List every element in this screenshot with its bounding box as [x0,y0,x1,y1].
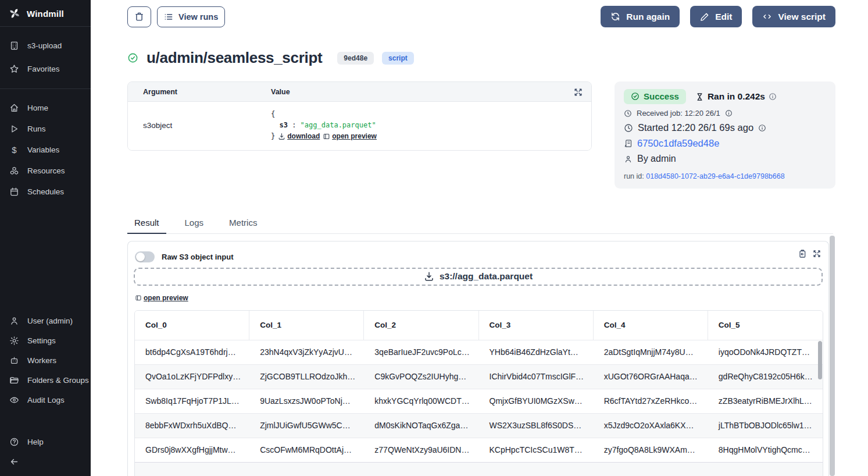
sidebar-item-resources[interactable]: Resources [0,160,91,181]
s3-download-button[interactable]: s3://agg_data.parquet [134,268,823,286]
sidebar-item-workers[interactable]: Workers [0,350,91,370]
table-cell: C9kGvPOQZs2IUHyhg… [364,364,478,389]
table-scrollbar[interactable] [818,341,822,379]
table-cell: QmjxGfBYUI0MGzXSw… [479,389,594,413]
clock-icon [624,109,632,118]
table-cell: xUGOt76ORGrAAHaqa… [594,364,708,389]
table-header-cell[interactable]: Col_0 [135,311,249,340]
table-header-cell[interactable]: Col_2 [364,311,478,340]
page-header: u/admin/seamless_script 9ed48e script [127,49,868,67]
toggle-knob [136,253,145,261]
info-icon[interactable] [758,124,766,132]
sidebar-item-home[interactable]: Home [0,97,91,118]
maximize-icon[interactable] [812,249,821,258]
sidebar-item-label: Audit Logs [27,396,65,404]
edit-button[interactable]: Edit [690,6,742,27]
sidebar-item-help[interactable]: Help [0,432,91,452]
run-id-label: run id: [624,172,644,180]
boxes-icon [9,166,19,176]
open-preview-link[interactable]: open preview [135,294,188,302]
s3-uri-label: s3://agg_data.parquet [440,271,533,282]
sidebar-item-label: User (admin) [27,317,73,325]
arg-value-json: { s3 : "agg_data.parquet" } download [271,109,377,142]
folder-icon [9,375,19,385]
eye-icon [9,395,19,405]
tab-metrics[interactable]: Metrics [222,218,264,234]
sidebar-item-label: Resources [27,166,65,175]
play-icon [9,124,19,134]
table-cell: Swb8Iq17FqHjoT7P1JL… [135,389,249,413]
table-cell: ZjGCOB9TLLROdzoJkh… [249,364,364,389]
panel-preview-icon [323,133,330,140]
sidebar-item-runs[interactable]: Runs [0,118,91,139]
tab-logs[interactable]: Logs [178,218,211,234]
sidebar-collapse-button[interactable] [0,452,91,471]
sidebar-item-label: Variables [27,145,59,154]
sidebar-item-label: Schedules [27,187,64,196]
sidebar-item-settings[interactable]: Settings [0,331,91,350]
view-script-button[interactable]: View script [752,6,835,27]
table-row-partial [135,462,823,476]
info-icon[interactable] [725,109,733,117]
sidebar-item-variables[interactable]: $ Variables [0,139,91,160]
main-content: View runs Run again Edit View script [91,0,868,476]
help-circle-icon [9,437,19,447]
table-header-cell[interactable]: Col_1 [249,311,364,340]
code-icon [762,12,772,22]
table-cell: 9UazLsxzsJW0oPToNj… [249,389,364,413]
bot-icon [9,356,19,365]
home-icon [9,103,19,113]
job-hash-link[interactable]: 6750c1dfa59ed48e [637,138,719,149]
app-title: Windmill [27,9,64,19]
table-header-cell[interactable]: Col_3 [479,311,594,340]
received-job-label: Received job: 12:20 26/1 [637,109,720,118]
table-cell: YHb64iB46ZdHzGlaYt… [479,340,594,364]
table-cell: zZB3eatyrRiBMEJrXlhL… [708,389,823,413]
table-header-cell[interactable]: Col_4 [594,311,708,340]
status-badge-label: Success [644,91,679,101]
sidebar-item-favorites[interactable]: Favorites [0,57,91,80]
sidebar-item-workspace[interactable]: s3-upload [0,34,91,57]
sidebar-item-label: Folders & Groups [27,376,89,385]
sidebar-item-folders-groups[interactable]: Folders & Groups [0,370,91,390]
clipboard-copy-icon[interactable] [798,249,807,258]
table-cell: jLThBTbOBJODlc65lw1… [708,413,823,438]
view-runs-button[interactable]: View runs [157,6,225,27]
status-badge: Success [624,89,686,104]
check-circle-icon [631,92,640,101]
raw-s3-toggle-label: Raw S3 object input [162,253,234,261]
info-icon[interactable] [769,93,777,101]
started-label: Started 12:20 26/1 69s ago [638,122,753,133]
gear-icon [9,336,19,346]
expand-icon[interactable] [573,87,583,97]
status-card: Success Ran in 0.242s Received job: 12:2… [615,81,835,189]
download-icon [278,133,285,140]
sidebar-item-audit-logs[interactable]: Audit Logs [0,390,91,410]
sidebar-item-schedules[interactable]: Schedules [0,181,91,202]
run-again-button[interactable]: Run again [601,6,680,27]
version-badge[interactable]: 9ed48e [337,52,374,65]
result-panel: Raw S3 object input s3://agg_data.parque… [127,241,829,476]
table-cell: gdReQhyC8192c05H6k… [708,364,823,389]
table-cell: ZjmlJUiGwfU5GWw5C… [249,413,364,438]
sidebar-item-user[interactable]: User (admin) [0,311,91,331]
result-table: Col_0 Col_1 Col_2 Col_3 Col_4 Col_5 bt6d… [134,310,823,476]
table-cell: CscOFwM6MRqDOttAj… [249,438,364,462]
view-script-label: View script [778,12,826,22]
table-cell: WS2X3uzSBL8f6S0DS… [479,413,594,438]
delete-button[interactable] [127,6,151,27]
panel-scrollbar[interactable] [830,236,835,476]
user-icon [9,316,19,326]
args-col-value: Value [271,88,290,96]
table-cell: x5Jzd9cO2oXAxla6KX… [594,413,708,438]
sidebar: Windmill s3-upload Favorites Home [0,0,91,476]
app-brand[interactable]: Windmill [0,0,91,26]
trash-icon [134,12,144,22]
table-header-cell[interactable]: Col_5 [708,311,823,340]
raw-s3-toggle[interactable] [135,251,155,262]
tab-result[interactable]: Result [127,218,166,234]
table-cell: KCpHpcTCIcSCu1W8T… [479,438,594,462]
download-link[interactable]: download [278,131,320,142]
open-preview-link[interactable]: open preview [323,131,377,142]
run-id-link[interactable]: 018d4580-1072-ab29-e6a4-c1de9798b668 [646,172,784,180]
